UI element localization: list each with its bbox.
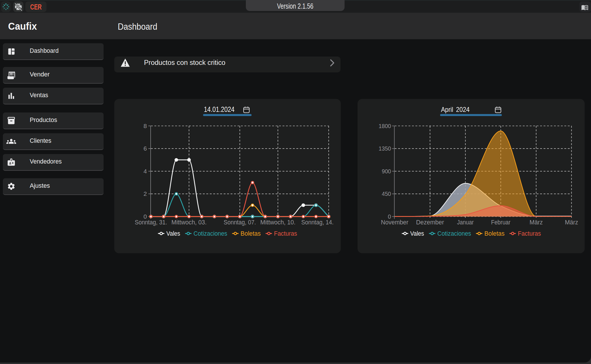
svg-text:Version 2.1.56: Version 2.1.56	[277, 2, 313, 10]
svg-text:Sonntag, 14.: Sonntag, 14.	[301, 219, 334, 226]
svg-text:14.01.2024: 14.01.2024	[204, 105, 235, 113]
svg-text:Februar: Februar	[491, 219, 510, 226]
svg-text:Boletas: Boletas	[485, 230, 505, 237]
svg-text:Boletas: Boletas	[241, 230, 261, 237]
svg-text:Dashboard: Dashboard	[118, 22, 157, 32]
svg-text:Vender: Vender	[30, 71, 50, 78]
svg-text:Cotizaciones: Cotizaciones	[194, 230, 227, 237]
svg-text:2: 2	[143, 190, 147, 197]
svg-text:Sonntag, 31.: Sonntag, 31.	[135, 219, 167, 226]
svg-text:Sonntag, 07.: Sonntag, 07.	[224, 219, 256, 226]
svg-text:900: 900	[382, 168, 391, 175]
svg-text:Vales: Vales	[167, 230, 180, 237]
svg-text:Januar: Januar	[457, 219, 474, 226]
svg-text:6: 6	[143, 145, 147, 152]
svg-text:8: 8	[143, 123, 147, 129]
svg-text:November: November	[381, 219, 408, 226]
svg-text:Dezember: Dezember	[416, 219, 444, 226]
svg-text:1800: 1800	[379, 123, 391, 129]
svg-text:Vendedores: Vendedores	[30, 158, 62, 165]
svg-text:4: 4	[143, 168, 147, 175]
svg-text:Clientes: Clientes	[30, 137, 51, 144]
svg-text:Vales: Vales	[410, 230, 424, 237]
svg-text:Ventas: Ventas	[30, 92, 48, 99]
svg-text:März: März	[565, 219, 578, 226]
svg-text:Mittwoch, 03.: Mittwoch, 03.	[171, 219, 207, 226]
svg-text:Facturas: Facturas	[518, 230, 541, 237]
svg-text:1350: 1350	[379, 145, 391, 152]
svg-text:Facturas: Facturas	[274, 230, 297, 237]
svg-text:Productos con stock critico: Productos con stock critico	[144, 59, 225, 66]
svg-text:Ajustes: Ajustes	[30, 182, 50, 189]
svg-text:CER: CER	[30, 3, 42, 11]
svg-text:Mittwoch, 10.: Mittwoch, 10.	[260, 219, 296, 226]
svg-text:März: März	[530, 219, 543, 226]
svg-text:2024: 2024	[456, 106, 470, 113]
svg-text:Caufix: Caufix	[8, 20, 37, 32]
svg-text:Productos: Productos	[30, 117, 57, 123]
svg-text:Dashboard: Dashboard	[30, 47, 59, 54]
svg-text:April: April	[441, 106, 453, 113]
svg-text:450: 450	[382, 190, 391, 197]
svg-text:Cotizaciones: Cotizaciones	[437, 230, 471, 237]
